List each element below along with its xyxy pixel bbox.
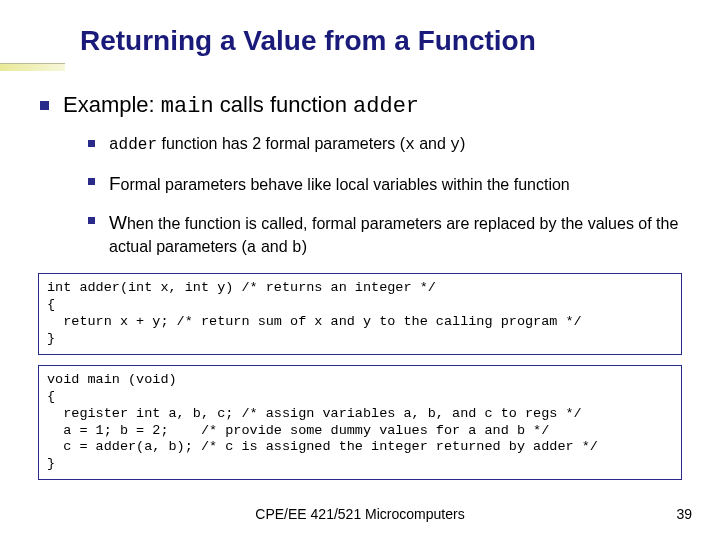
bullet-level1-text: Example: main calls function adder: [63, 92, 690, 119]
page-number: 39: [676, 506, 692, 522]
code-fragment: b: [292, 239, 302, 257]
code-block-main: void main (void) { register int a, b, c;…: [38, 365, 682, 480]
bullet-level2: adder function has 2 formal parameters (…: [88, 133, 690, 157]
text-fragment: ormal parameters behave like local varia…: [121, 176, 570, 193]
bullet-level1: Example: main calls function adder: [40, 92, 690, 119]
text-fragment: W: [109, 210, 127, 236]
square-bullet-icon: [88, 178, 95, 185]
code-fragment: y: [450, 136, 460, 154]
slide: Returning a Value from a Function Exampl…: [0, 0, 720, 540]
text-fragment: F: [109, 171, 121, 197]
code-fragment: adder: [353, 94, 419, 119]
square-bullet-icon: [88, 217, 95, 224]
code-fragment: a: [247, 239, 257, 257]
bullet-level2: Formal parameters behave like local vari…: [88, 171, 690, 197]
bullet-level2-text: adder function has 2 formal parameters (…: [109, 133, 690, 157]
code-fragment: x: [405, 136, 415, 154]
square-bullet-icon: [40, 101, 49, 110]
accent-bar: [0, 64, 65, 71]
text-fragment: ): [460, 135, 465, 152]
slide-title: Returning a Value from a Function: [80, 25, 690, 57]
square-bullet-icon: [88, 140, 95, 147]
text-fragment: and: [256, 238, 292, 255]
code-fragment: main: [161, 94, 214, 119]
text-fragment: and: [415, 135, 451, 152]
bullet-level2-text: When the function is called, formal para…: [109, 210, 690, 259]
text-fragment: Example:: [63, 92, 161, 117]
bullet-level2-text: Formal parameters behave like local vari…: [109, 171, 690, 197]
footer-text: CPE/EE 421/521 Microcomputers: [0, 506, 720, 522]
bullet-level2: When the function is called, formal para…: [88, 210, 690, 259]
text-fragment: calls function: [214, 92, 353, 117]
text-fragment: ): [302, 238, 307, 255]
text-fragment: function has 2 formal parameters (: [157, 135, 405, 152]
code-fragment: adder: [109, 136, 157, 154]
code-block-adder: int adder(int x, int y) /* returns an in…: [38, 273, 682, 355]
bullet-level2-list: adder function has 2 formal parameters (…: [30, 133, 690, 259]
text-fragment: hen the function is called, formal param…: [109, 215, 678, 255]
